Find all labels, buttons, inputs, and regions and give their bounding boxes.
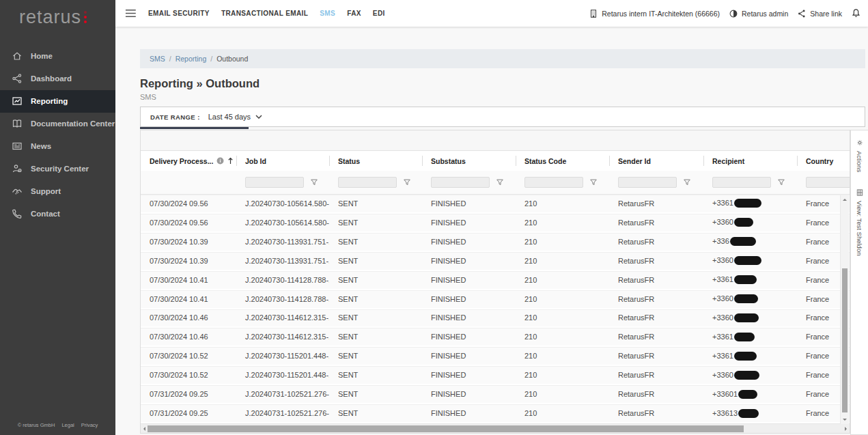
filter-cell-country — [797, 177, 850, 188]
table-row[interactable]: 07/31/2024 09.25J.20240731-102521.276-..… — [141, 385, 850, 404]
organization-selector[interactable]: Retarus intern IT-Architekten (66666) — [589, 9, 720, 18]
filter-sender-id-funnel-icon[interactable] — [683, 178, 691, 186]
sidebar-item-contact[interactable]: Contact — [0, 203, 115, 225]
filter-sender-id-input[interactable] — [618, 177, 677, 188]
cell-delivery-processing: 07/31/2024 09.25 — [141, 390, 236, 398]
filter-recipient-input[interactable] — [712, 177, 771, 188]
column-header-status-code[interactable]: Status Code — [516, 151, 609, 171]
cell-status-code: 210 — [516, 352, 609, 360]
table-row[interactable]: 07/30/2024 10.41J.20240730-114128.788-..… — [141, 271, 850, 290]
sidebar-item-news[interactable]: News — [0, 135, 115, 158]
top-nav-fax[interactable]: FAX — [347, 10, 361, 17]
legal-link[interactable]: Legal — [61, 422, 74, 428]
view-tab[interactable]: View: Test Sheldon — [856, 188, 864, 255]
date-range-dropdown[interactable]: Last 45 days — [208, 113, 262, 121]
sidebar-item-dashboard[interactable]: Dashboard — [0, 68, 115, 90]
sidebar-footer: © retarus GmbH Legal Privacy — [0, 422, 115, 428]
cell-sender-id: RetarusFR — [609, 352, 703, 360]
breadcrumb-reporting[interactable]: Reporting — [176, 55, 207, 63]
page-subtitle: SMS — [140, 93, 260, 101]
horizontal-scrollbar[interactable] — [141, 423, 850, 433]
table-row[interactable]: 07/30/2024 10.41J.20240730-114128.788-..… — [141, 290, 850, 309]
recipient-prefix: +3361 — [712, 199, 733, 207]
cell-recipient: +3360 — [703, 218, 797, 227]
cell-status: SENT — [329, 313, 422, 322]
filter-cell-job-id — [236, 177, 329, 188]
cell-sender-id: RetarusFR — [609, 219, 703, 227]
table-row[interactable]: 07/30/2024 10.52J.20240730-115201.448-..… — [141, 347, 850, 366]
column-header-country[interactable]: Country — [797, 151, 850, 171]
column-header-recipient[interactable]: Recipient — [703, 151, 797, 171]
redacted-number — [734, 352, 757, 361]
sidebar-item-home[interactable]: Home — [0, 45, 115, 68]
filter-status-code-funnel-icon[interactable] — [589, 178, 598, 186]
cell-job-id: J.20240730-114612.315-... — [236, 313, 329, 322]
cell-substatus: FINISHED — [422, 313, 516, 322]
cell-job-id: J.20240730-114128.788-... — [236, 276, 329, 284]
filter-cell-status-code — [516, 177, 609, 188]
cell-recipient: +3361 — [703, 199, 797, 208]
table-row[interactable]: 07/31/2024 09.25J.20240731-102521.276-..… — [141, 404, 850, 423]
filter-substatus-funnel-icon[interactable] — [496, 178, 504, 186]
sidebar-item-reporting[interactable]: Reporting — [0, 90, 115, 113]
cell-status-code: 210 — [516, 257, 609, 265]
filter-substatus-input[interactable] — [431, 177, 490, 188]
column-header-substatus[interactable]: Substatus — [422, 151, 516, 171]
filter-recipient-funnel-icon[interactable] — [777, 178, 785, 186]
vertical-scroll-thumb[interactable] — [842, 268, 848, 412]
tools-icon — [856, 139, 864, 147]
column-header-delivery-processing[interactable]: Delivery Process... — [141, 151, 236, 171]
column-header-status[interactable]: Status — [329, 151, 422, 171]
hamburger-menu-icon[interactable] — [125, 9, 137, 18]
redacted-number — [734, 275, 757, 284]
page-head: Reporting » Outbound SMS — [140, 77, 260, 101]
role-selector[interactable]: Retarus admin — [729, 9, 788, 18]
top-nav-email-security[interactable]: EMAIL SECURITY — [148, 10, 210, 17]
sidebar-item-label: Dashboard — [31, 74, 72, 83]
table-row[interactable]: 07/30/2024 10.46J.20240730-114612.315-..… — [141, 309, 850, 328]
share-link-button[interactable]: Share link — [797, 9, 842, 18]
filter-status-input[interactable] — [338, 177, 397, 188]
notifications-bell-icon[interactable] — [851, 8, 861, 18]
filter-job-id-input[interactable] — [245, 177, 304, 188]
table-row[interactable]: 07/30/2024 10.52J.20240730-115201.448-..… — [141, 366, 850, 385]
filter-cell-substatus — [422, 177, 516, 188]
horizontal-scroll-thumb[interactable] — [148, 425, 744, 432]
sidebar-item-support[interactable]: Support — [0, 180, 115, 203]
filter-job-id-funnel-icon[interactable] — [310, 178, 318, 186]
info-icon[interactable] — [216, 157, 224, 165]
column-header-sender-id[interactable]: Sender Id — [609, 151, 703, 171]
sidebar-item-security-center[interactable]: Security Center — [0, 158, 115, 180]
table-row[interactable]: 07/30/2024 10.39J.20240730-113931.751-..… — [141, 233, 850, 252]
table-row[interactable]: 07/30/2024 09.56J.20240730-105614.580-..… — [141, 214, 850, 233]
scroll-down-arrow[interactable] — [843, 419, 847, 421]
actions-tab[interactable]: Actions — [856, 139, 864, 172]
table-row[interactable]: 07/30/2024 10.39J.20240730-113931.751-..… — [141, 252, 850, 271]
column-header-job-id[interactable]: Job Id — [236, 151, 329, 171]
scroll-right-arrow[interactable] — [845, 427, 847, 431]
retarus-logo[interactable]: retarus — [0, 0, 115, 28]
cell-substatus: FINISHED — [422, 295, 516, 303]
sidebar-item-documentation-center[interactable]: Documentation Center — [0, 113, 115, 135]
recipient-prefix: +3361 — [712, 352, 733, 360]
vertical-scrollbar[interactable] — [840, 195, 849, 424]
filter-status-funnel-icon[interactable] — [403, 178, 411, 186]
recipient-prefix: +3360 — [712, 256, 733, 264]
top-nav-edi[interactable]: EDI — [373, 10, 385, 17]
breadcrumb-sms[interactable]: SMS — [150, 55, 165, 63]
top-nav-transactional-email[interactable]: TRANSACTIONAL EMAIL — [221, 10, 308, 17]
sidebar-item-label: Security Center — [31, 165, 89, 173]
scroll-left-arrow[interactable] — [143, 427, 145, 431]
column-label: Sender Id — [618, 157, 651, 165]
filter-status-code-input[interactable] — [524, 177, 583, 188]
column-label: Status — [338, 157, 360, 165]
cell-status-code: 210 — [516, 371, 609, 379]
scroll-up-arrow[interactable] — [843, 199, 847, 201]
table-row[interactable]: 07/30/2024 09.56J.20240730-105614.580-..… — [141, 195, 850, 214]
table-row[interactable]: 07/30/2024 10.46J.20240730-114612.315-..… — [141, 328, 850, 347]
top-nav-sms[interactable]: SMS — [320, 10, 335, 17]
chevron-down-icon — [255, 115, 262, 119]
filter-cell-sender-id — [609, 177, 703, 188]
privacy-link[interactable]: Privacy — [81, 422, 98, 428]
filter-country-input[interactable] — [806, 177, 850, 188]
